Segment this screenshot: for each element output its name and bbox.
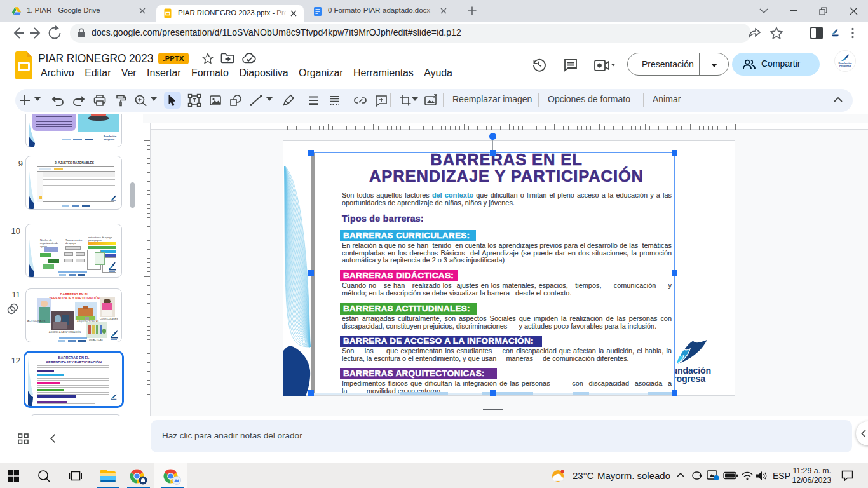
svg-text:Progresa: Progresa	[675, 374, 705, 384]
svg-text:Progresa: Progresa	[839, 64, 851, 67]
